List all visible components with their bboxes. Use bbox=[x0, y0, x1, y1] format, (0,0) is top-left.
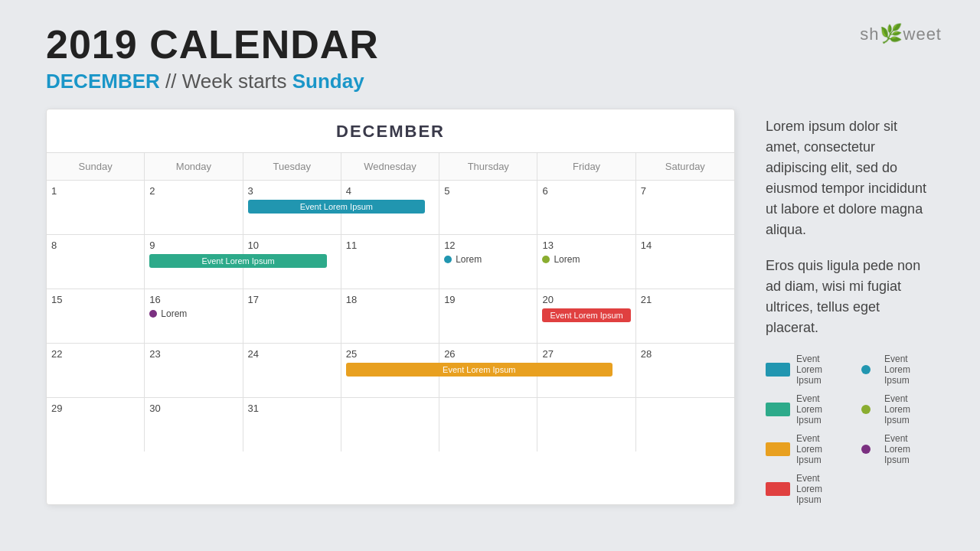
legend-dot-blue bbox=[861, 365, 871, 374]
legend-item-empty bbox=[854, 473, 934, 505]
week-row-2: 8 9 Event Lorem Ipsum 10 11 12 Lorem 13 … bbox=[47, 235, 734, 289]
dot-icon bbox=[444, 256, 452, 263]
day-num: 5 bbox=[444, 185, 532, 197]
cell-31: 31 bbox=[243, 398, 341, 452]
day-num: 21 bbox=[641, 294, 730, 305]
legend-item-teal-bar: Event Lorem Ipsum bbox=[766, 393, 846, 425]
page-title: 2019 CALENDAR bbox=[46, 23, 934, 67]
cell-16: 16 Lorem bbox=[145, 289, 243, 343]
header: 2019 CALENDAR DECEMBER // Week starts Su… bbox=[0, 0, 980, 101]
event-dot-row: Lorem bbox=[542, 254, 630, 265]
day-header-tue: Tuesday bbox=[243, 153, 341, 181]
day-num: 16 bbox=[149, 294, 237, 305]
day-num: 6 bbox=[542, 185, 630, 197]
day-num: 25 bbox=[346, 348, 434, 360]
event-bar: Event Lorem Ipsum bbox=[149, 254, 327, 268]
day-num: 15 bbox=[51, 294, 139, 305]
legend-dot-olive bbox=[861, 405, 871, 414]
legend-item-blue-dot: Event Lorem Ipsum bbox=[854, 354, 934, 386]
day-num: 31 bbox=[248, 403, 336, 414]
cell-6: 6 bbox=[537, 181, 635, 234]
legend: Event Lorem Ipsum Event Lorem Ipsum Even… bbox=[766, 354, 934, 505]
subtitle-separator: // Week starts bbox=[165, 70, 292, 93]
day-num: 23 bbox=[149, 348, 237, 360]
event-label: Lorem bbox=[456, 254, 482, 265]
cell-empty-1 bbox=[341, 398, 439, 452]
day-header-sun: Sunday bbox=[47, 153, 145, 181]
subtitle-month: DECEMBER bbox=[46, 70, 160, 93]
week-row-3: 15 16 Lorem 17 18 19 20 Event Lorem Ipsu… bbox=[47, 289, 734, 344]
cell-7: 7 bbox=[636, 181, 734, 234]
legend-dot-wrap bbox=[854, 403, 878, 416]
legend-label: Event Lorem Ipsum bbox=[884, 433, 934, 465]
day-headers-row: Sunday Monday Tuesday Wednesday Thursday… bbox=[47, 153, 734, 181]
legend-label: Event Lorem Ipsum bbox=[796, 433, 846, 465]
side-paragraph-2: Eros quis ligula pede non ad diam, wisi … bbox=[766, 256, 934, 338]
legend-label: Event Lorem Ipsum bbox=[796, 473, 846, 505]
side-panel: Lorem ipsum dolor sit amet, consectetur … bbox=[758, 109, 934, 505]
event-dot-row: Lorem bbox=[149, 308, 237, 319]
legend-color-blue-bar bbox=[766, 363, 790, 377]
dot-icon bbox=[542, 256, 550, 263]
cell-22: 22 bbox=[47, 344, 145, 397]
cell-empty-4 bbox=[636, 398, 734, 452]
event-label: Lorem bbox=[554, 254, 580, 265]
content-area: DECEMBER Sunday Monday Tuesday Wednesday… bbox=[0, 101, 980, 513]
day-num: 27 bbox=[542, 348, 630, 360]
day-num: 1 bbox=[51, 185, 139, 197]
day-num: 11 bbox=[346, 240, 434, 251]
cell-30: 30 bbox=[145, 398, 243, 452]
day-header-wed: Wednesday bbox=[341, 153, 439, 181]
event-bar: Event Lorem Ipsum bbox=[542, 308, 630, 322]
cell-1: 1 bbox=[47, 181, 145, 234]
event-bar: Event Lorem Ipsum bbox=[248, 200, 426, 214]
legend-dot-purple bbox=[861, 445, 871, 454]
day-num: 17 bbox=[248, 294, 336, 305]
day-header-fri: Friday bbox=[537, 153, 635, 181]
event-bar: Event Lorem Ipsum bbox=[346, 363, 612, 377]
day-num: 14 bbox=[641, 240, 730, 251]
cell-20: 20 Event Lorem Ipsum bbox=[537, 289, 635, 343]
subtitle: DECEMBER // Week starts Sunday bbox=[46, 70, 934, 93]
week-row-1: 1 2 3 Event Lorem Ipsum 4 5 6 7 bbox=[47, 181, 734, 235]
cell-23: 23 bbox=[145, 344, 243, 397]
legend-label: Event Lorem Ipsum bbox=[796, 393, 846, 425]
cell-24: 24 bbox=[243, 344, 341, 397]
day-num: 4 bbox=[346, 185, 434, 197]
day-num: 19 bbox=[444, 294, 532, 305]
day-num: 29 bbox=[51, 403, 139, 414]
calendar-month-label: DECEMBER bbox=[47, 109, 734, 153]
legend-color-red-bar bbox=[766, 482, 790, 496]
day-header-mon: Monday bbox=[145, 153, 243, 181]
day-header-sat: Saturday bbox=[636, 153, 734, 181]
legend-label: Event Lorem Ipsum bbox=[796, 354, 846, 386]
cell-17: 17 bbox=[243, 289, 341, 343]
event-label: Lorem bbox=[161, 308, 187, 319]
cell-3: 3 Event Lorem Ipsum bbox=[243, 181, 341, 234]
day-header-thu: Thursday bbox=[439, 153, 537, 181]
cell-21: 21 bbox=[636, 289, 734, 343]
cell-12: 12 Lorem bbox=[439, 235, 537, 289]
legend-item-red-bar: Event Lorem Ipsum bbox=[766, 473, 846, 505]
day-num: 22 bbox=[51, 348, 139, 360]
event-dot-row: Lorem bbox=[444, 254, 532, 265]
day-num: 12 bbox=[444, 240, 532, 251]
cell-empty-3 bbox=[537, 398, 635, 452]
day-num: 2 bbox=[149, 185, 237, 197]
legend-label: Event Lorem Ipsum bbox=[884, 393, 934, 425]
day-num: 24 bbox=[248, 348, 336, 360]
cell-19: 19 bbox=[439, 289, 537, 343]
day-num: 10 bbox=[248, 240, 336, 251]
cell-14: 14 bbox=[636, 235, 734, 289]
cell-5: 5 bbox=[439, 181, 537, 234]
logo: sh🌿weet bbox=[860, 23, 942, 44]
subtitle-day: Sunday bbox=[292, 70, 364, 93]
cell-empty-2 bbox=[439, 398, 537, 452]
legend-dot-wrap bbox=[854, 442, 878, 456]
day-num: 7 bbox=[641, 185, 730, 197]
legend-color-orange-bar bbox=[766, 442, 790, 456]
day-num: 3 bbox=[248, 185, 336, 197]
day-num: 8 bbox=[51, 240, 139, 251]
cell-28: 28 bbox=[636, 344, 734, 397]
logo-icon: 🌿 bbox=[880, 23, 903, 44]
